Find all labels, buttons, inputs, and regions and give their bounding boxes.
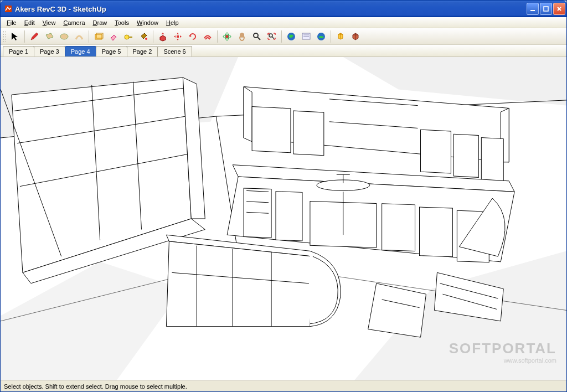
arc-tool[interactable] bbox=[72, 29, 86, 44]
toolbar-separator bbox=[89, 30, 89, 43]
menu-view[interactable]: View bbox=[39, 18, 60, 27]
scene-tab-page-2[interactable]: Page 2 bbox=[127, 46, 158, 56]
toolbar-separator bbox=[281, 30, 282, 43]
svg-point-10 bbox=[225, 35, 229, 38]
model-info-tool[interactable] bbox=[299, 29, 313, 44]
svg-rect-48 bbox=[421, 130, 451, 173]
app-icon bbox=[4, 4, 13, 13]
svg-rect-9 bbox=[177, 35, 179, 38]
toggle-terrain-tool[interactable] bbox=[314, 29, 328, 44]
window-controls bbox=[527, 3, 565, 15]
scene-tab-page-1[interactable]: Page 1 bbox=[3, 46, 34, 56]
svg-point-3 bbox=[60, 34, 68, 39]
scene-tabs: Page 1Page 3Page 4Page 5Page 2Scene 6 bbox=[1, 45, 566, 57]
svg-marker-33 bbox=[12, 78, 191, 272]
get-current-view-tool[interactable] bbox=[284, 29, 298, 44]
push-pull-tool[interactable] bbox=[156, 29, 170, 44]
window-title: Akers RevC 3D - SketchUp bbox=[15, 5, 527, 13]
rotate-tool[interactable] bbox=[185, 29, 200, 44]
scene-tab-page-3[interactable]: Page 3 bbox=[34, 46, 65, 56]
menu-window[interactable]: Window bbox=[133, 18, 162, 27]
menubar: FileEditViewCameraDrawToolsWindowHelp bbox=[1, 17, 566, 28]
tape-measure-tool[interactable] bbox=[121, 29, 136, 44]
svg-point-6 bbox=[125, 35, 129, 39]
scene-tab-page-4[interactable]: Page 4 bbox=[65, 46, 96, 56]
svg-rect-65 bbox=[420, 207, 453, 257]
svg-rect-1 bbox=[530, 10, 535, 11]
paint-bucket-tool[interactable] bbox=[136, 29, 151, 44]
toolbar-separator bbox=[331, 30, 331, 43]
svg-rect-0 bbox=[5, 6, 12, 12]
toolbar-grip[interactable] bbox=[3, 30, 6, 43]
viewport-3d[interactable]: SOFTPORTAL www.softportal.com bbox=[1, 57, 566, 380]
svg-line-16 bbox=[272, 37, 274, 39]
minimize-button[interactable] bbox=[527, 3, 539, 15]
svg-rect-64 bbox=[382, 204, 415, 251]
titlebar: Akers RevC 3D - SketchUp bbox=[1, 1, 566, 17]
maximize-button[interactable] bbox=[540, 3, 552, 15]
svg-marker-76 bbox=[368, 283, 426, 337]
status-hint: Select objects. Shift to extend select. … bbox=[4, 383, 187, 390]
scene-tab-page-5[interactable]: Page 5 bbox=[96, 46, 127, 56]
circle-tool[interactable] bbox=[57, 29, 71, 44]
toolbar-separator bbox=[217, 30, 218, 43]
eraser-tool[interactable] bbox=[106, 29, 121, 44]
menu-camera[interactable]: Camera bbox=[59, 18, 89, 27]
toolbar-separator bbox=[24, 30, 25, 43]
menu-file[interactable]: File bbox=[3, 18, 20, 27]
svg-rect-49 bbox=[453, 134, 478, 177]
pan-tool[interactable] bbox=[235, 29, 249, 44]
svg-rect-58 bbox=[276, 192, 302, 241]
svg-marker-68 bbox=[166, 241, 312, 327]
offset-tool[interactable] bbox=[200, 29, 215, 44]
svg-rect-46 bbox=[293, 111, 324, 156]
zoom-extents-tool[interactable] bbox=[265, 29, 279, 44]
close-button[interactable] bbox=[553, 3, 565, 15]
menu-draw[interactable]: Draw bbox=[89, 18, 111, 27]
main-toolbar bbox=[1, 28, 566, 45]
pencil-tool[interactable] bbox=[27, 29, 42, 44]
toolbar-separator bbox=[153, 30, 153, 43]
get-models-tool[interactable] bbox=[333, 29, 348, 44]
zoom-tool[interactable] bbox=[250, 29, 264, 44]
orbit-tool[interactable] bbox=[220, 29, 234, 44]
make-component-tool[interactable] bbox=[91, 29, 106, 44]
move-tool[interactable] bbox=[171, 29, 185, 44]
menu-tools[interactable]: Tools bbox=[111, 18, 133, 27]
scene-tab-scene-6[interactable]: Scene 6 bbox=[157, 46, 192, 56]
svg-point-8 bbox=[145, 38, 147, 40]
svg-line-14 bbox=[257, 37, 260, 40]
svg-rect-2 bbox=[544, 7, 548, 11]
statusbar: Select objects. Shift to extend select. … bbox=[1, 380, 566, 391]
rectangle-tool[interactable] bbox=[42, 29, 56, 44]
svg-marker-43 bbox=[244, 87, 252, 142]
select-tool[interactable] bbox=[8, 29, 22, 44]
svg-rect-50 bbox=[481, 138, 503, 181]
menu-help[interactable]: Help bbox=[162, 18, 183, 27]
svg-point-13 bbox=[254, 33, 258, 38]
share-model-tool[interactable] bbox=[348, 29, 363, 44]
menu-edit[interactable]: Edit bbox=[20, 18, 39, 27]
svg-rect-45 bbox=[252, 106, 291, 152]
